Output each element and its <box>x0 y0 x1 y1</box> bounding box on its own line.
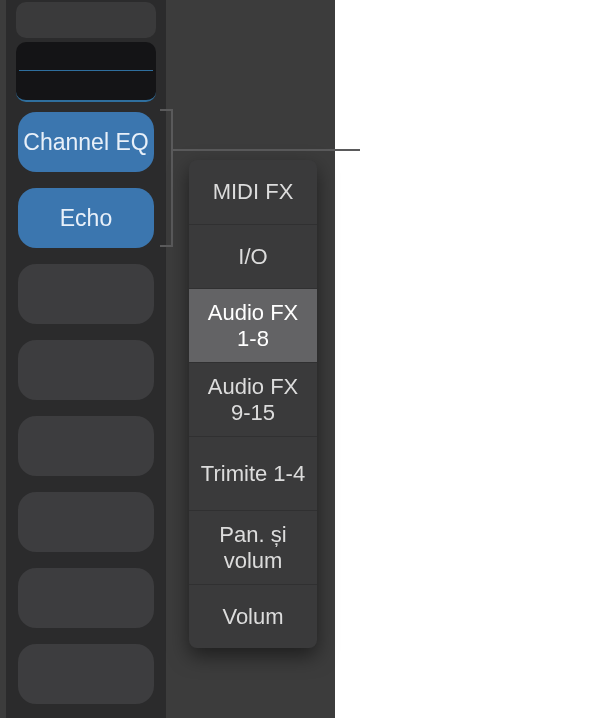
plugin-slot-empty[interactable] <box>18 492 154 552</box>
menu-item-audiofx-9-15[interactable]: Audio FX 9-15 <box>189 362 317 436</box>
menu-item-midi-fx[interactable]: MIDI FX <box>189 160 317 224</box>
menu-item-label: Audio FX 1-8 <box>197 300 309 351</box>
plugin-slot-empty[interactable] <box>18 416 154 476</box>
plugin-slot-empty[interactable] <box>18 264 154 324</box>
menu-item-volum[interactable]: Volum <box>189 584 317 648</box>
plugin-slot-empty[interactable] <box>18 644 154 704</box>
channel-strip: Channel EQ Echo <box>6 0 166 718</box>
menu-item-label: I/O <box>238 244 267 269</box>
menu-item-label: MIDI FX <box>213 179 294 204</box>
menu-item-trimite-1-4[interactable]: Trimite 1-4 <box>189 436 317 510</box>
menu-item-io[interactable]: I/O <box>189 224 317 288</box>
menu-item-audiofx-1-8[interactable]: Audio FX 1-8 <box>189 288 317 362</box>
channel-display-slot[interactable] <box>16 42 156 102</box>
plugin-slot-empty[interactable] <box>18 340 154 400</box>
menu-item-label: Trimite 1-4 <box>201 461 305 486</box>
plugin-slot-empty[interactable] <box>18 568 154 628</box>
menu-item-label: Pan. și volum <box>197 522 309 573</box>
daw-panel: Channel EQ Echo MIDI FX I/O <box>0 0 335 718</box>
menu-item-label: Audio FX 9-15 <box>197 374 309 425</box>
section-menu: MIDI FX I/O Audio FX 1-8 Audio FX 9-15 T… <box>189 160 317 648</box>
menu-item-label: Volum <box>222 604 283 629</box>
plugin-slot[interactable]: Channel EQ <box>18 112 154 172</box>
plugin-label: Channel EQ <box>23 129 148 156</box>
plugin-slot[interactable]: Echo <box>18 188 154 248</box>
channel-header-slot[interactable] <box>16 2 156 38</box>
plugin-label: Echo <box>60 205 112 232</box>
menu-item-pan-volum[interactable]: Pan. și volum <box>189 510 317 584</box>
